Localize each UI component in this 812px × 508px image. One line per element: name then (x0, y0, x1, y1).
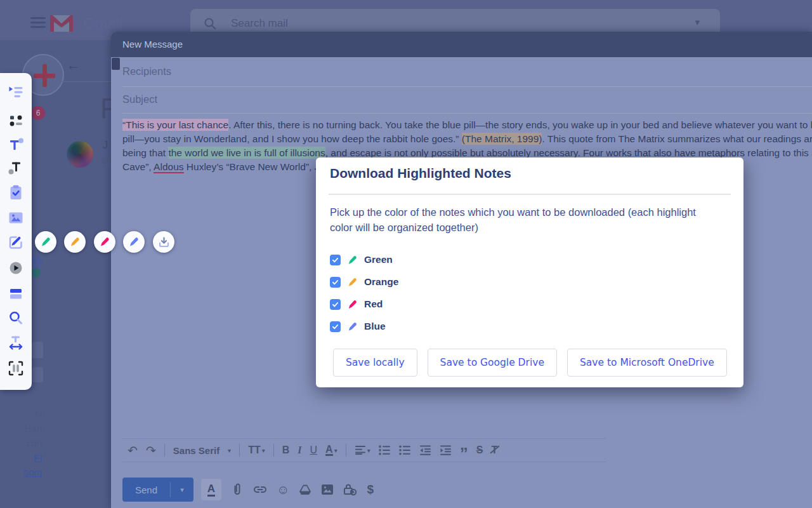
formatting-options-button[interactable]: A (201, 479, 221, 500)
playlist-icon[interactable] (8, 84, 24, 100)
orange-highlight: (The Matrix, 1999) (462, 133, 542, 145)
attach-file-icon[interactable] (231, 483, 244, 497)
insert-emoji-icon[interactable]: ☺ (277, 483, 289, 497)
save-to-google-drive-button[interactable]: Save to Google Drive (428, 349, 557, 377)
hamburger-menu-icon[interactable] (30, 17, 46, 28)
search-placeholder: Search mail (231, 17, 288, 30)
numbered-list-button[interactable] (379, 444, 391, 456)
compose-header[interactable]: New Message (111, 32, 812, 57)
dialog-title: Download Highlighted Notes (330, 166, 511, 181)
insert-photo-icon[interactable] (321, 484, 334, 495)
send-label: Send (122, 485, 170, 495)
bulleted-list-button[interactable] (399, 444, 411, 456)
background-button-fragment (32, 367, 43, 382)
remove-formatting-button[interactable]: T (491, 444, 497, 456)
compose-title: New Message (122, 39, 183, 50)
indent-less-button[interactable] (419, 444, 431, 456)
caret-down-icon: ▾ (262, 447, 265, 454)
download-notes-button[interactable] (153, 231, 174, 253)
dialog-buttons: Save locally Save to Google Drive Save t… (333, 349, 727, 377)
text-tool-icon[interactable] (8, 159, 24, 175)
text-color-tool-icon[interactable] (8, 137, 24, 153)
strikethrough-button[interactable]: S (476, 444, 483, 456)
body-line-2: pill—you stay in Wonderland, and I show … (122, 132, 812, 146)
blue-pen-icon (347, 321, 358, 332)
background-link[interactable]: som (0, 465, 42, 479)
green-highlight: the world we live in is full of illusion… (168, 147, 325, 159)
body-line-1: “This is your last chance. After this, t… (122, 118, 812, 132)
unread-count-badge: 6 (31, 106, 45, 120)
caret-down-icon: ▾ (228, 447, 231, 454)
red-pen-button[interactable] (94, 231, 115, 253)
send-button[interactable]: Send ▾ (122, 478, 193, 502)
download-icon (157, 236, 171, 249)
align-button[interactable]: ▾ (355, 444, 370, 456)
option-label: Green (364, 254, 393, 265)
text-size-button[interactable]: TT▾ (248, 444, 265, 456)
play-button-icon[interactable] (8, 260, 24, 276)
underline-button[interactable]: U (310, 444, 318, 456)
bars-tool-icon[interactable] (8, 285, 24, 302)
align-icon (355, 444, 366, 456)
text-color-button[interactable]: A▾ (325, 444, 337, 456)
green-checkbox[interactable] (330, 255, 341, 265)
option-row-blue: Blue (330, 319, 386, 333)
option-label: Red (364, 298, 383, 310)
insert-link-icon[interactable] (253, 483, 267, 496)
option-label: Orange (364, 276, 398, 288)
red-checkbox[interactable] (330, 299, 341, 310)
google-drive-icon[interactable] (299, 484, 311, 495)
option-label: Blue (364, 321, 386, 332)
red-pen-icon (347, 299, 358, 310)
caret-down-icon: ▾ (334, 447, 337, 454)
orange-pen-icon (347, 277, 358, 288)
image-tool-icon[interactable] (8, 210, 24, 226)
save-to-microsoft-onedrive-button[interactable]: Save to Microsoft OneDrive (567, 349, 727, 377)
background-link[interactable]: Fi (0, 450, 42, 465)
background-text-snippets: N Han con Fi som (0, 406, 42, 479)
drag-handle-chip (112, 58, 120, 70)
green-pen-button[interactable] (35, 231, 56, 253)
to-snippet: tu (102, 156, 108, 165)
formatting-toolbar: ↶ ↷ Sans Serif ▾ TT▾ B I U A▾ ▾ ” S T (122, 438, 606, 462)
indent-more-button[interactable] (440, 444, 452, 456)
option-row-orange: Orange (330, 275, 398, 289)
screen: Gmail Search mail ▾ ← F 6 J tu N Han con… (0, 0, 812, 508)
subject-field[interactable]: Subject (122, 88, 812, 114)
recipients-label: Recipients (122, 65, 171, 77)
save-locally-button[interactable]: Save locally (333, 349, 417, 377)
quote-button[interactable]: ” (460, 444, 468, 457)
text-width-tool-icon[interactable] (8, 335, 24, 351)
dots-list-icon[interactable] (8, 112, 24, 129)
green-pen-icon (347, 255, 358, 265)
search-icon (203, 17, 217, 30)
send-options-caret-icon[interactable]: ▾ (171, 486, 193, 494)
highlighter-extension-sidebar (0, 73, 32, 390)
option-row-red: Red (330, 297, 383, 311)
sender-avatar (67, 141, 93, 168)
bold-button[interactable]: B (282, 444, 290, 456)
clipboard-check-icon[interactable] (8, 184, 24, 201)
edit-pen-icon[interactable] (8, 234, 24, 251)
caret-down-icon: ▾ (367, 447, 370, 454)
dollar-icon[interactable]: $ (367, 483, 374, 497)
red-underlined-word: Aldous (154, 161, 183, 173)
screenshot-selection-icon[interactable] (8, 360, 24, 377)
blue-checkbox[interactable] (330, 321, 341, 332)
gmail-wordmark: Gmail (83, 15, 123, 32)
blue-pen-button[interactable] (123, 231, 145, 253)
redo-icon[interactable]: ↷ (146, 443, 156, 458)
search-options-caret-icon[interactable]: ▾ (695, 17, 700, 28)
orange-pen-button[interactable] (64, 231, 86, 253)
back-arrow-icon[interactable]: ← (66, 56, 81, 74)
send-row: Send ▾ A ☺ $ (122, 478, 374, 502)
background-button-fragment (32, 342, 43, 358)
font-select[interactable]: Sans Serif ▾ (173, 444, 231, 456)
orange-checkbox[interactable] (330, 277, 341, 288)
search-tool-icon[interactable] (8, 310, 24, 326)
confidential-mode-icon[interactable] (343, 483, 357, 496)
subject-label: Subject (122, 93, 157, 105)
italic-button[interactable]: I (298, 444, 301, 456)
undo-icon[interactable]: ↶ (128, 443, 138, 458)
recipients-field[interactable]: Recipients (122, 57, 812, 87)
